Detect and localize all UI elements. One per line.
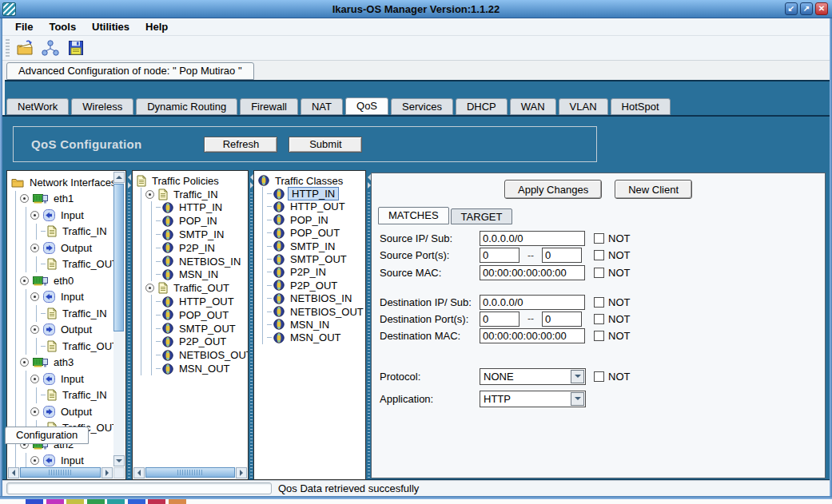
tree-node-smtp-in[interactable]: SMTP_IN	[156, 228, 248, 241]
expand-handle-icon[interactable]	[145, 190, 154, 199]
tree-node-eth1[interactable]: eth1	[20, 191, 113, 208]
split-divider[interactable]	[126, 170, 132, 480]
tree-node-label[interactable]: Output	[58, 242, 94, 254]
minimize-icon[interactable]: ↙	[785, 2, 798, 15]
collapse-left-icon[interactable]	[250, 174, 253, 181]
menu-help[interactable]: Help	[137, 21, 176, 33]
apply-changes-button[interactable]: Apply Changes	[504, 180, 602, 199]
tree-node-msn-out[interactable]: MSN_OUT	[156, 362, 248, 375]
expand-handle-icon[interactable]	[30, 456, 39, 465]
taskbar-icon[interactable]	[66, 499, 84, 504]
collapse-right-icon[interactable]	[250, 182, 253, 189]
horizontal-scroll-thumb[interactable]	[145, 467, 235, 478]
collapse-left-icon[interactable]	[128, 174, 131, 181]
tree-node-pop-out[interactable]: POP_OUT	[267, 227, 365, 240]
tree-node-label[interactable]: Input	[58, 291, 86, 303]
tree-node-label[interactable]: SMTP_IN	[288, 240, 337, 252]
tab-matches[interactable]: MATCHES	[378, 207, 449, 224]
taskbar-icon[interactable]	[26, 499, 43, 504]
tree-node-label[interactable]: NETBIOS_IN	[177, 256, 243, 268]
tree-node-label[interactable]: Input	[58, 454, 86, 466]
vertical-scrollbar[interactable]	[113, 172, 125, 466]
vertical-scroll-thumb[interactable]	[113, 184, 124, 331]
tree-node-network-interfaces[interactable]: Network Interfaces	[10, 174, 113, 191]
taskbar-icon[interactable]	[87, 499, 105, 504]
tab-hotspot[interactable]: HotSpot	[611, 98, 671, 115]
tab-dynamic-routing[interactable]: Dynamic Routing	[136, 98, 237, 115]
tree-node-netbios-out[interactable]: NETBIOS_OUT	[156, 348, 248, 362]
tree-node-label[interactable]: HTTP_IN	[288, 187, 339, 200]
tree-node-output[interactable]: Output	[30, 322, 113, 339]
tree-node-label[interactable]: Input	[58, 373, 86, 385]
tree-node-label[interactable]: Traffic_OUT	[60, 258, 121, 270]
taskbar-icon[interactable]	[148, 499, 165, 504]
submit-button[interactable]: Submit	[289, 137, 362, 153]
tree-node-label[interactable]: eth1	[51, 192, 76, 204]
open-config-icon[interactable]	[14, 38, 35, 58]
collapse-right-icon[interactable]	[128, 182, 131, 189]
taskbar-icon[interactable]	[169, 499, 186, 504]
chevron-down-icon[interactable]	[571, 392, 584, 406]
taskbar-icon[interactable]	[46, 499, 64, 504]
tree-node-p2p-out[interactable]: P2P_OUT	[267, 279, 365, 292]
tab-services[interactable]: Services	[391, 98, 453, 115]
tree-node-eth0[interactable]: eth0	[20, 272, 113, 289]
tree-node-msn-in[interactable]: MSN_IN	[156, 268, 248, 282]
tree-node-label[interactable]: Traffic_IN	[60, 389, 109, 401]
tree-node-label[interactable]: P2P_OUT	[288, 280, 340, 292]
horizontal-scrollbar[interactable]	[133, 467, 247, 478]
tree-node-label[interactable]: Traffic_IN	[60, 308, 109, 319]
tree-node-traffic-in[interactable]: Traffic_IN	[41, 387, 113, 404]
tree-node-traffic-out[interactable]: Traffic_OUT	[41, 338, 113, 355]
scroll-left-button[interactable]	[8, 467, 19, 478]
tree-node-netbios-in[interactable]: NETBIOS_IN	[267, 292, 365, 305]
tab-firewall[interactable]: Firewall	[240, 98, 298, 115]
tree-node-label[interactable]: ath3	[51, 356, 76, 368]
tree-node-label[interactable]: HTTP_OUT	[288, 200, 348, 212]
tree-node-netbios-in[interactable]: NETBIOS_IN	[156, 255, 248, 268]
tree-node-label[interactable]: Traffic_IN	[171, 189, 221, 200]
tree-node-traffic-out[interactable]: Traffic_OUT	[41, 256, 113, 273]
tree-node-input[interactable]: Input	[30, 207, 113, 224]
tree-node-smtp-out[interactable]: SMTP_OUT	[267, 252, 365, 265]
tree-node-traffic-classes[interactable]: Traffic Classes	[257, 174, 365, 187]
tree-node-ath3[interactable]: ath3	[20, 355, 113, 371]
tree-node-label[interactable]: Traffic Classes	[273, 175, 345, 187]
tree-node-pop-in[interactable]: POP_IN	[156, 214, 248, 228]
tree-node-label[interactable]: POP_IN	[177, 215, 220, 227]
tree-node-label[interactable]: P2P_OUT	[177, 335, 229, 347]
tree-node-label[interactable]: Output	[58, 406, 94, 418]
tree-node-p2p-in[interactable]: P2P_IN	[267, 266, 365, 279]
tree-node-label[interactable]: POP_OUT	[288, 227, 342, 239]
not-checkbox[interactable]	[594, 371, 604, 382]
save-icon[interactable]	[66, 38, 86, 58]
tree-node-p2p-out[interactable]: P2P_OUT	[156, 335, 248, 349]
expand-handle-icon[interactable]	[145, 284, 154, 292]
tree-node-p2p-in[interactable]: P2P_IN	[156, 241, 248, 255]
horizontal-scrollbar[interactable]	[8, 467, 113, 478]
expand-handle-icon[interactable]	[30, 244, 39, 252]
text-input[interactable]	[480, 295, 585, 310]
horizontal-scroll-thumb[interactable]	[20, 467, 101, 478]
tree-node-label[interactable]: Output	[58, 323, 94, 335]
tree-node-traffic-policies[interactable]: Traffic Policies	[135, 174, 248, 188]
tree-node-smtp-in[interactable]: SMTP_IN	[267, 240, 365, 252]
taskbar-icon[interactable]	[128, 499, 145, 504]
tree-node-label[interactable]: MSN_OUT	[177, 363, 233, 375]
tree-node-http-out[interactable]: HTTP_OUT	[156, 295, 248, 308]
tree-node-http-out[interactable]: HTTP_OUT	[267, 200, 365, 213]
tab-configuration[interactable]: Configuration	[5, 427, 89, 444]
node-config-tab[interactable]: Advanced Configuration of node: " Pop Mu…	[6, 62, 254, 80]
tree-node-label[interactable]: HTTP_OUT	[177, 296, 237, 308]
tree-node-label[interactable]: Traffic_OUT	[60, 340, 121, 352]
tree-node-label[interactable]: HTTP_IN	[177, 201, 225, 213]
maximize-icon[interactable]: ↗	[800, 2, 813, 15]
not-checkbox[interactable]	[594, 314, 604, 324]
scroll-right-button[interactable]	[102, 467, 113, 478]
toolbar-drag-handle[interactable]	[6, 39, 10, 57]
collapse-right-icon[interactable]	[368, 182, 371, 189]
scroll-left-button[interactable]	[133, 467, 145, 478]
not-checkbox[interactable]	[594, 233, 604, 244]
collapse-left-icon[interactable]	[368, 174, 371, 181]
tree-node-label[interactable]: NETBIOS_OUT	[177, 349, 249, 361]
